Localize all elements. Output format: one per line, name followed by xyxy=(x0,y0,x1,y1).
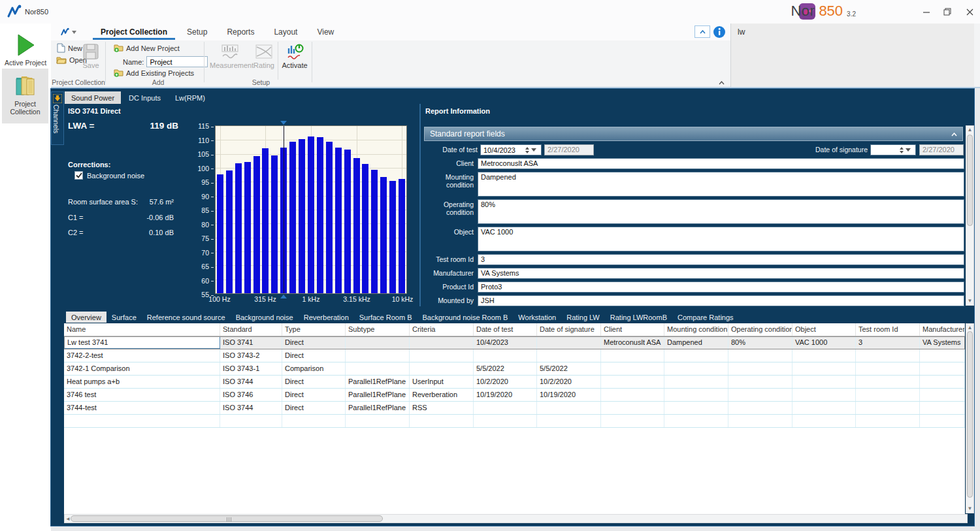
column-header-object[interactable]: Object xyxy=(792,323,856,336)
add-new-project-button[interactable]: Add New Project xyxy=(112,43,182,53)
collapse-section-icon[interactable] xyxy=(951,131,957,138)
field-input-client[interactable]: Metroconuslt ASA xyxy=(478,158,964,169)
project-name-input[interactable] xyxy=(146,56,208,67)
ribbon-tab-reports[interactable]: Reports xyxy=(217,24,264,40)
table-row[interactable]: 3742-1 ComparisonISO 3743-1Comparison5/5… xyxy=(64,362,965,376)
field-input-mounting-condition[interactable]: Dampened xyxy=(478,172,964,197)
bar-100-hz[interactable] xyxy=(217,174,223,293)
bar-2-5-khz[interactable] xyxy=(344,150,351,293)
tab-reverberation[interactable]: Reverberation xyxy=(299,312,354,323)
ribbon-collapse-button[interactable] xyxy=(694,25,710,38)
bar-160-hz[interactable] xyxy=(235,163,242,293)
app-menu-button[interactable] xyxy=(57,27,79,37)
table-vertical-scrollbar[interactable]: ▲ ▼ xyxy=(966,323,974,513)
chart-cursor[interactable] xyxy=(284,126,284,293)
activate-button[interactable]: Activate xyxy=(280,42,310,69)
bar-250-hz[interactable] xyxy=(253,156,260,293)
background-noise-checkbox[interactable] xyxy=(74,171,83,180)
measurement-button[interactable]: Measurement xyxy=(210,42,250,69)
column-header-name[interactable]: Name xyxy=(64,323,220,336)
tab-sound-power[interactable]: Sound Power xyxy=(65,91,121,104)
bar-315-hz[interactable] xyxy=(262,148,269,293)
ribbon-tab-project-collection[interactable]: Project Collection xyxy=(91,24,177,40)
date-spinner[interactable] xyxy=(525,147,529,153)
bar-8-khz[interactable] xyxy=(389,181,396,293)
standard-report-fields-header[interactable]: Standard report fields xyxy=(424,127,963,141)
tab-workstation[interactable]: Workstation xyxy=(513,312,561,323)
report-scrollbar[interactable]: ▲ ▼ xyxy=(966,125,974,306)
column-header-date-of-test[interactable]: Date of test xyxy=(474,323,537,336)
field-input-operating-condition[interactable]: 80% xyxy=(478,199,964,224)
bar-3-15-khz[interactable] xyxy=(353,158,360,293)
tab-background-noise-room-b[interactable]: Background noise Room B xyxy=(417,312,513,323)
tab-dc-inputs[interactable]: DC Inputs xyxy=(122,91,167,104)
tab-lw-rpm[interactable]: Lw(RPM) xyxy=(169,91,212,104)
column-header-criteria[interactable]: Criteria xyxy=(410,323,474,336)
column-header-test-room-id[interactable]: Test room Id xyxy=(856,323,920,336)
sidebar-item-project-collection[interactable]: Project Collection xyxy=(2,69,48,123)
chart-plot-area[interactable] xyxy=(215,125,407,294)
table-row[interactable]: 3744-testISO 3744DirectParallel1RefPlane… xyxy=(64,402,965,415)
column-header-date-of-signature[interactable]: Date of signature xyxy=(537,323,601,336)
ribbon-tab-layout[interactable]: Layout xyxy=(264,24,307,40)
date-spinner[interactable] xyxy=(900,147,904,153)
info-icon[interactable] xyxy=(713,25,726,39)
bar-6-3-khz[interactable] xyxy=(380,177,387,293)
column-header-operating-condition[interactable]: Operating condition xyxy=(728,323,792,336)
bar-2-khz[interactable] xyxy=(335,148,342,293)
add-existing-projects-button[interactable]: Add Existing Projects xyxy=(112,68,196,78)
table-horizontal-scrollbar[interactable]: ◄ xyxy=(64,514,968,523)
tab-compare-ratings[interactable]: Compare Ratings xyxy=(672,312,739,323)
bar-400-hz[interactable] xyxy=(271,155,278,293)
column-header-type[interactable]: Type xyxy=(282,323,346,336)
table-row[interactable]: 3746 testISO 3746DirectParallel1RefPlane… xyxy=(64,389,965,402)
date-of-test-input[interactable]: 10/4/2023 xyxy=(480,144,542,155)
bar-1-25-khz[interactable] xyxy=(317,137,323,293)
date-dropdown-icon[interactable] xyxy=(531,148,536,152)
bar-1-khz[interactable] xyxy=(308,137,314,293)
date-of-signature-input[interactable] xyxy=(870,144,916,155)
tab-reference-sound-source[interactable]: Reference sound source xyxy=(142,312,231,323)
bar-4-khz[interactable] xyxy=(362,164,368,293)
save-button[interactable]: Save xyxy=(80,42,102,69)
maximize-button[interactable] xyxy=(941,5,954,18)
rating-button[interactable]: Rating xyxy=(251,42,277,69)
bar-125-hz[interactable] xyxy=(226,170,233,293)
tab-rating-lw[interactable]: Rating LW xyxy=(561,312,605,323)
tab-rating-lwroomb[interactable]: Rating LWRoomB xyxy=(605,312,672,323)
column-header-subtype[interactable]: Subtype xyxy=(346,323,410,336)
field-input-test-room-id[interactable]: 3 xyxy=(478,254,964,265)
tab-surface[interactable]: Surface xyxy=(106,312,142,323)
bar-1-6-khz[interactable] xyxy=(326,142,333,293)
bar-10-khz[interactable] xyxy=(399,179,405,293)
ribbon-tab-view[interactable]: View xyxy=(307,24,344,40)
field-input-object[interactable]: VAC 1000 xyxy=(478,227,964,251)
bar-200-hz[interactable] xyxy=(244,162,251,293)
bar-5-khz[interactable] xyxy=(371,170,378,293)
tab-overview[interactable]: Overview xyxy=(66,312,106,323)
bar-800-hz[interactable] xyxy=(299,139,305,293)
chart-cursor-top-marker[interactable] xyxy=(280,121,287,125)
column-header-manufacturer[interactable]: Manufacturer xyxy=(920,323,965,336)
table-row[interactable]: Lw test 3741ISO 3741Direct10/4/2023Metro… xyxy=(64,336,965,349)
column-header-standard[interactable]: Standard xyxy=(220,323,282,336)
table-row[interactable]: Heat pumps a+bISO 3744DirectParallel1Ref… xyxy=(64,376,965,389)
date-dropdown-icon[interactable] xyxy=(906,148,911,152)
minimize-button[interactable] xyxy=(920,5,933,18)
column-header-mounting-condition[interactable]: Mounting condition xyxy=(664,323,728,336)
field-input-manufacturer[interactable]: VA Systems xyxy=(478,268,964,279)
channels-tab-label[interactable]: Channels xyxy=(52,105,60,133)
field-label: Mounted by xyxy=(417,295,478,304)
sidebar-item-active-project[interactable]: Active Project xyxy=(3,33,48,67)
field-input-mounted-by[interactable]: JSH xyxy=(478,295,964,306)
bar-630-hz[interactable] xyxy=(289,142,296,293)
column-header-client[interactable]: Client xyxy=(601,323,664,336)
close-button[interactable] xyxy=(963,5,976,18)
ribbon-tab-setup[interactable]: Setup xyxy=(177,24,217,40)
tab-surface-room-b[interactable]: Surface Room B xyxy=(354,312,417,323)
notes-panel[interactable]: lw xyxy=(731,24,974,86)
field-input-product-id[interactable]: Proto3 xyxy=(478,282,964,293)
tab-background-noise[interactable]: Background noise xyxy=(231,312,299,323)
table-row[interactable]: 3742-2-testISO 3743-2Direct xyxy=(64,349,965,362)
ribbon-minimize-chevron[interactable] xyxy=(719,80,725,86)
